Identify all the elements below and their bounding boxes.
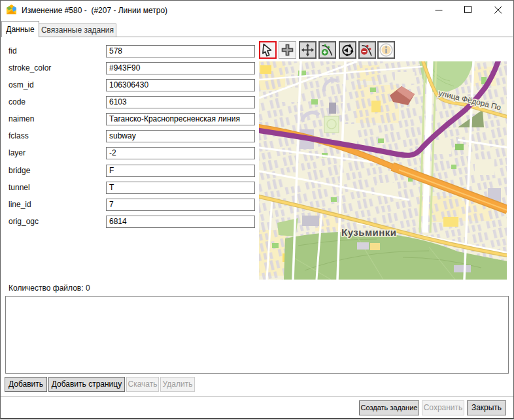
svg-text:Кузьминки: Кузьминки [341,227,397,238]
